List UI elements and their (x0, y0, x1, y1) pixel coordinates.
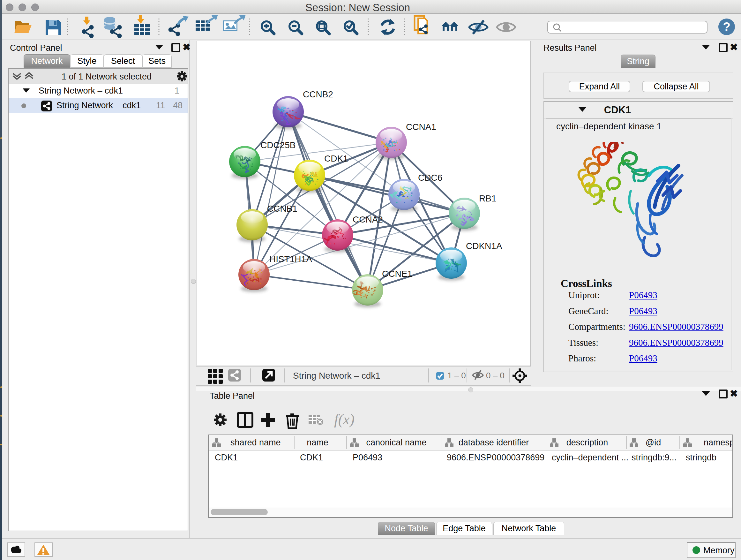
svg-text:CDK1: CDK1 (215, 453, 238, 462)
svg-text:stringdb: stringdb (686, 453, 717, 462)
svg-text:database identifier: database identifier (459, 438, 529, 447)
svg-text:shared name: shared name (230, 438, 281, 447)
svg-text:CCNA1: CCNA1 (406, 122, 436, 132)
svg-text:CCNA2: CCNA2 (353, 214, 383, 225)
svg-text:cyclin–dependent ...: cyclin–dependent ... (552, 453, 628, 462)
svg-text:1 of 1 Network selected: 1 of 1 Network selected (62, 72, 151, 81)
svg-text:String Network – cdk1: String Network – cdk1 (293, 371, 381, 381)
svg-text:RB1: RB1 (479, 193, 496, 203)
svg-text:canonical name: canonical name (366, 438, 426, 447)
svg-text:0 – 0: 0 – 0 (486, 371, 504, 380)
svg-text:CDK1: CDK1 (324, 153, 348, 164)
svg-text:P06493: P06493 (353, 453, 382, 462)
svg-text:@id: @id (646, 438, 661, 447)
svg-text:CCNB1: CCNB1 (267, 204, 297, 213)
svg-text:CCNB2: CCNB2 (303, 89, 333, 99)
svg-text:f(x): f(x) (334, 411, 354, 428)
svg-text:CDC6: CDC6 (418, 173, 442, 183)
svg-text:stringdb:9...: stringdb:9... (631, 453, 677, 462)
svg-text:name: name (307, 438, 328, 447)
svg-text:9606.ENSP00000378699: 9606.ENSP00000378699 (447, 453, 544, 462)
svg-text:CDC25B: CDC25B (260, 140, 295, 150)
svg-text:description: description (566, 438, 608, 447)
svg-text:HIST1H1A: HIST1H1A (269, 254, 312, 264)
svg-text:CDK1: CDK1 (300, 453, 323, 462)
svg-text:CCNE1: CCNE1 (382, 269, 412, 279)
svg-text:1 – 0: 1 – 0 (448, 371, 466, 380)
svg-text:?: ? (723, 20, 730, 34)
svg-text:CDKN1A: CDKN1A (466, 241, 502, 251)
svg-text:namespac: namespac (704, 438, 732, 447)
